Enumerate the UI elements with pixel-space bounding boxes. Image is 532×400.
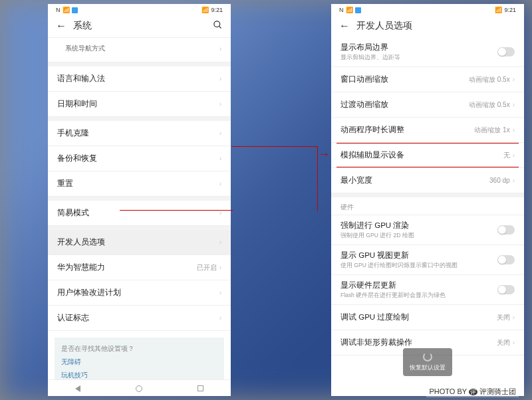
chevron-right-icon: › (219, 45, 221, 52)
row-backup-restore[interactable]: 备份和恢复› (48, 146, 231, 171)
chevron-right-icon: › (513, 76, 515, 83)
chevron-right-icon: › (513, 126, 515, 134)
chevron-right-icon: › (219, 130, 221, 137)
page-title: 开发人员选项 (356, 20, 516, 32)
chevron-right-icon: › (513, 177, 515, 184)
watermark-text: Handset Cat (410, 375, 466, 387)
chevron-right-icon: › (219, 180, 221, 187)
app-icon (355, 7, 361, 13)
chevron-right-icon: › (219, 155, 221, 162)
tip-link-accessibility[interactable]: 无障碍 (61, 357, 217, 367)
toggle-switch[interactable] (497, 255, 515, 264)
row-huawei-ai[interactable]: 华为智慧能力已开启› (48, 255, 231, 280)
spinner-icon (423, 352, 432, 361)
clock-text: 9:21 (504, 7, 516, 13)
nav-home-icon[interactable] (136, 385, 142, 392)
chevron-right-icon: › (513, 339, 515, 346)
status-bar: N 📶 📶 9:21 (48, 4, 231, 15)
nfc-icon: N (339, 7, 344, 13)
chevron-right-icon: › (219, 239, 221, 246)
row-window-anim[interactable]: 窗口动画缩放动画缩放 0.5x› (331, 67, 524, 92)
row-transition-anim[interactable]: 过渡动画缩放动画缩放 0.5x› (331, 92, 524, 118)
chevron-right-icon: › (219, 75, 221, 82)
svg-line-1 (219, 26, 221, 28)
row-simulate-secondary-display[interactable]: 模拟辅助显示设备无› (331, 143, 524, 168)
search-icon[interactable] (213, 20, 223, 32)
tip-question: 是否在寻找其他设置项？ (61, 344, 217, 353)
row-date-time[interactable]: 日期和时间› (48, 92, 231, 117)
header: ← 开发人员选项 (331, 15, 524, 37)
nav-recent-icon[interactable] (198, 385, 203, 391)
clock-text: 9:21 (211, 7, 223, 13)
chevron-right-icon: › (219, 100, 221, 108)
row-nav-style[interactable]: 系统导航方式 › (48, 37, 231, 62)
watermark-icon (374, 376, 386, 388)
nfc-icon: N (56, 7, 61, 13)
row-simple-mode[interactable]: 简易模式› (48, 201, 231, 226)
status-bar: N 📶 📶 9:21 (331, 4, 524, 15)
nav-bar (48, 379, 231, 396)
chevron-right-icon: › (513, 101, 515, 108)
row-min-width[interactable]: 最小宽度360 dp› (331, 168, 524, 193)
photo-credit: PHOTO BY 评 评测骑士团 (426, 386, 519, 397)
back-icon[interactable]: ← (56, 20, 66, 32)
section-header-hardware: 硬件 (331, 197, 524, 215)
loading-text: 恢复默认设置 (410, 363, 446, 372)
toggle-switch[interactable] (497, 225, 515, 235)
row-developer-options[interactable]: 开发人员选项› (48, 230, 231, 255)
toggle-switch[interactable] (497, 47, 515, 56)
row-debug-gpu-overdraw[interactable]: 调试 GPU 过度绘制关闭› (331, 305, 524, 330)
header: ← 系统 (48, 15, 231, 37)
row-animator-duration[interactable]: 动画程序时长调整动画缩放 1x› (331, 118, 524, 143)
wifi-icon: 📶 (346, 7, 353, 13)
row-hw-layer-updates[interactable]: 显示硬件层更新Flash 硬件层在进行更新时会显示为绿色 (331, 275, 524, 305)
row-phone-clone[interactable]: 手机克隆› (48, 121, 231, 146)
chevron-right-icon: › (513, 151, 515, 159)
svg-point-0 (214, 21, 220, 27)
page-title: 系统 (73, 20, 206, 32)
row-language-input[interactable]: 语言和输入法› (48, 66, 231, 92)
row-certification[interactable]: 认证标志› (48, 306, 231, 331)
row-force-gpu[interactable]: 强制进行 GPU 渲染强制使用 GPU 进行 2D 绘图 (331, 215, 524, 245)
signal-icon: 📶 (495, 7, 502, 13)
tip-link-tricks[interactable]: 玩机技巧 (61, 371, 217, 380)
phone-screenshot-right: N 📶 📶 9:21 ← 开发人员选项 显示布局边界显示剪辑边界、边距等 窗口动… (331, 4, 524, 396)
row-reset[interactable]: 重置› (48, 171, 231, 197)
wifi-icon: 📶 (63, 7, 70, 13)
chevron-right-icon: › (219, 289, 221, 296)
toggle-switch[interactable] (497, 285, 515, 294)
chevron-right-icon: › (219, 264, 221, 271)
credit-badge-icon: 评 (469, 389, 477, 395)
row-user-experience[interactable]: 用户体验改进计划› (48, 280, 231, 306)
chevron-right-icon: › (219, 314, 221, 322)
row-gpu-view-updates[interactable]: 显示 GPU 视图更新使用 GPU 进行绘图时闪烁显示窗口中的视图 (331, 245, 524, 275)
row-layout-bounds[interactable]: 显示布局边界显示剪辑边界、边距等 (331, 37, 524, 67)
chevron-right-icon: › (219, 209, 221, 217)
chevron-right-icon: › (513, 314, 515, 321)
nav-back-icon[interactable] (75, 385, 80, 392)
app-icon (72, 7, 78, 13)
phone-screenshot-left: N 📶 📶 9:21 ← 系统 系统导航方式 › 语言和输入法› 日期和时间› … (48, 4, 231, 396)
loading-toast: 恢复默认设置 (403, 348, 452, 376)
signal-icon: 📶 (201, 7, 209, 13)
back-icon[interactable]: ← (339, 20, 350, 32)
